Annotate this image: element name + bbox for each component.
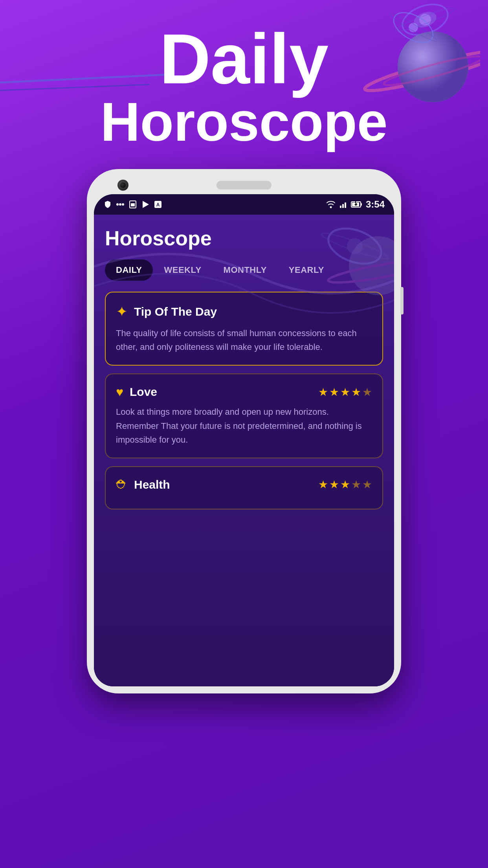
star-5: ★	[362, 386, 372, 399]
wifi-icon	[326, 200, 336, 209]
phone-screen: A	[94, 194, 394, 686]
health-icon: ⛑	[116, 478, 128, 491]
love-card: ♥ Love ★ ★ ★ ★ ★ Look at things more bro…	[105, 373, 383, 458]
health-stars: ★ ★ ★ ★ ★	[318, 478, 372, 491]
health-star-1: ★	[318, 478, 328, 491]
app-title: Horoscope	[105, 226, 383, 250]
tip-card-text: The quality of life consists of small hu…	[116, 326, 372, 354]
sparkle-icon: ✦	[116, 303, 128, 320]
health-star-5: ★	[362, 478, 372, 491]
status-bar: A	[94, 194, 394, 215]
phone-mockup: A	[87, 169, 401, 693]
hero-title-daily: Daily	[0, 24, 488, 94]
svg-rect-23	[340, 206, 341, 208]
svg-text:A: A	[156, 202, 160, 208]
star-3: ★	[340, 386, 350, 399]
tip-card-header: ✦ Tip Of The Day	[116, 303, 372, 320]
health-card-header: ⛑ Health ★ ★ ★ ★ ★	[116, 478, 372, 491]
a-icon: A	[154, 200, 162, 209]
shield-icon	[103, 200, 112, 209]
phone-speaker	[216, 181, 272, 189]
love-card-text: Look at things more broadly and open up …	[116, 405, 372, 447]
phone-top-bar	[94, 176, 394, 194]
hero-section: Daily Horoscope	[0, 24, 488, 149]
tab-daily[interactable]: DAILY	[105, 259, 153, 281]
health-star-4: ★	[351, 478, 361, 491]
play-icon	[141, 200, 150, 209]
signal-icon	[339, 200, 348, 209]
health-card-title: Health	[134, 478, 170, 491]
tip-card-title: Tip Of The Day	[134, 305, 217, 318]
battery-icon	[351, 201, 363, 208]
tip-card: ✦ Tip Of The Day The quality of life con…	[105, 292, 383, 366]
tabs-row[interactable]: DAILY WEEKLY MONTHLY YEARLY	[105, 259, 383, 281]
tab-yearly[interactable]: YEARLY	[278, 259, 335, 281]
svg-point-22	[330, 206, 332, 208]
heart-icon: ♥	[116, 386, 123, 398]
app-header: Horoscope	[105, 226, 383, 250]
status-icons-left: A	[103, 200, 162, 209]
tab-weekly[interactable]: WEEKLY	[153, 259, 212, 281]
dots-icon	[116, 200, 125, 209]
svg-rect-25	[345, 202, 346, 208]
bottom-fade	[94, 655, 394, 686]
love-card-header: ♥ Love ★ ★ ★ ★ ★	[116, 385, 372, 399]
love-card-title: Love	[130, 385, 157, 399]
app-content: Horoscope DAILY WEEKLY MONTHLY YEARLY ✦ …	[94, 215, 394, 686]
hero-title-horoscope: Horoscope	[0, 94, 488, 149]
phone-side-button	[400, 287, 404, 314]
health-star-2: ★	[329, 478, 339, 491]
svg-point-14	[119, 203, 121, 206]
svg-rect-32	[361, 203, 362, 206]
star-1: ★	[318, 386, 328, 399]
star-4: ★	[351, 386, 361, 399]
health-star-3: ★	[340, 478, 350, 491]
status-icons-right: 3:54	[326, 199, 385, 210]
tab-monthly[interactable]: MONTHLY	[213, 259, 278, 281]
phone-camera	[117, 180, 128, 191]
svg-point-13	[116, 203, 119, 206]
health-card: ⛑ Health ★ ★ ★ ★ ★	[105, 466, 383, 509]
svg-rect-24	[342, 204, 344, 208]
svg-point-15	[122, 203, 124, 206]
svg-marker-18	[143, 201, 149, 208]
sim-icon	[128, 200, 137, 209]
love-stars: ★ ★ ★ ★ ★	[318, 386, 372, 399]
star-2: ★	[329, 386, 339, 399]
svg-rect-17	[131, 203, 135, 206]
status-time: 3:54	[366, 199, 385, 210]
